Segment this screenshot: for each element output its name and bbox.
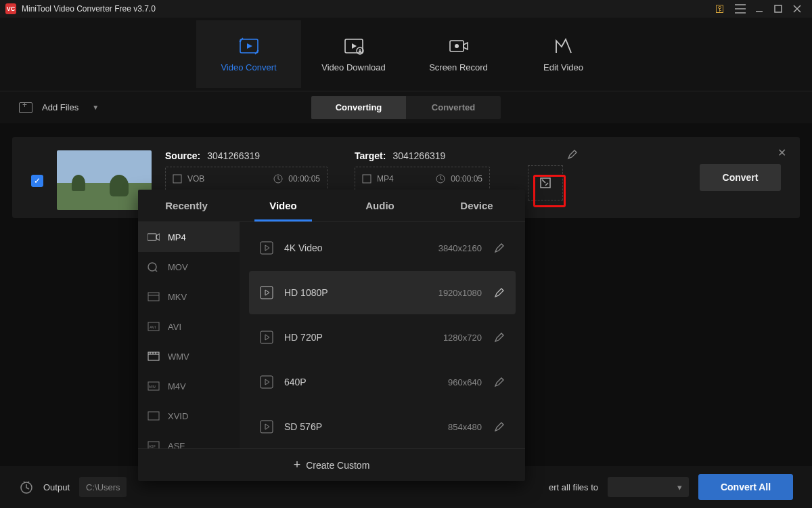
nav-label: Video Convert bbox=[221, 62, 276, 72]
edit-preset-icon[interactable] bbox=[494, 377, 505, 387]
app-title: MiniTool Video Converter Free v3.7.0 bbox=[22, 4, 156, 14]
create-custom-button[interactable]: + Create Custom bbox=[138, 448, 525, 481]
target-settings-button[interactable] bbox=[528, 165, 563, 200]
resolution-720p[interactable]: HD 720P 1280x720 bbox=[249, 316, 516, 359]
target-column: Target: 3041266319 MP4 00:00:05 bbox=[355, 150, 558, 191]
convert-all-to-label: ert all files to bbox=[549, 482, 598, 492]
plus-icon: + bbox=[294, 458, 301, 472]
source-duration: 00:00:05 bbox=[288, 174, 320, 184]
resolution-list[interactable]: 4K Video 3840x2160 HD 1080P 1920x1080 HD… bbox=[240, 222, 525, 448]
chevron-down-icon: ▼ bbox=[92, 104, 99, 111]
settings-arrow-icon bbox=[539, 176, 552, 190]
format-list: MP4 MOV MKV AVI AVI WMV M4V M4V bbox=[138, 222, 240, 448]
target-name: 3041266319 bbox=[392, 150, 445, 161]
format-wmv[interactable]: WMV bbox=[138, 341, 240, 371]
edit-preset-icon[interactable] bbox=[494, 421, 505, 432]
edit-preset-icon[interactable] bbox=[494, 242, 505, 253]
play-icon bbox=[260, 241, 273, 255]
convert-icon bbox=[238, 37, 261, 56]
close-button[interactable] bbox=[788, 0, 807, 18]
create-custom-label: Create Custom bbox=[306, 460, 369, 471]
output-path[interactable]: C:\Users bbox=[79, 477, 127, 497]
download-icon bbox=[342, 37, 365, 56]
svg-text:M4V: M4V bbox=[149, 385, 156, 389]
edit-preset-icon[interactable] bbox=[494, 287, 505, 298]
edit-icon[interactable] bbox=[567, 149, 578, 160]
format-label: M4V bbox=[168, 381, 186, 391]
convert-all-button[interactable]: Convert All bbox=[698, 474, 793, 500]
nav-label: Edit Video bbox=[543, 62, 583, 72]
scheduler-icon[interactable] bbox=[19, 480, 34, 494]
minimize-button[interactable] bbox=[750, 0, 769, 18]
video-thumbnail[interactable] bbox=[57, 150, 152, 210]
ddtab-recently[interactable]: Recently bbox=[138, 190, 235, 221]
resolution-name: 4K Video bbox=[284, 242, 438, 253]
svg-rect-23 bbox=[261, 331, 273, 343]
resolution-4k[interactable]: 4K Video 3840x2160 bbox=[249, 226, 516, 270]
tab-converted[interactable]: Converted bbox=[406, 96, 501, 119]
menu-icon[interactable] bbox=[731, 0, 750, 18]
svg-rect-7 bbox=[363, 175, 371, 183]
resolution-640p[interactable]: 640P 960x640 bbox=[249, 360, 516, 404]
container-icon bbox=[148, 411, 160, 421]
svg-rect-14 bbox=[148, 352, 159, 360]
nav-video-convert[interactable]: Video Convert bbox=[196, 20, 301, 88]
format-icon bbox=[362, 174, 371, 184]
svg-rect-0 bbox=[775, 5, 782, 12]
container-icon bbox=[148, 292, 160, 301]
add-files-button[interactable]: Add Files ▼ bbox=[19, 102, 99, 113]
output-label: Output bbox=[43, 482, 70, 492]
clock-icon bbox=[273, 174, 283, 184]
format-xvid[interactable]: XVID bbox=[138, 401, 240, 431]
resolution-dim: 1920x1080 bbox=[438, 288, 482, 298]
video-format-icon bbox=[148, 232, 160, 242]
convert-button[interactable]: Convert bbox=[700, 164, 781, 191]
target-label: Target: bbox=[355, 150, 386, 161]
source-name: 3041266319 bbox=[207, 150, 260, 161]
nav-label: Screen Record bbox=[429, 62, 488, 72]
nav-video-download[interactable]: Video Download bbox=[301, 20, 406, 88]
remove-file-button[interactable]: ✕ bbox=[777, 146, 786, 159]
resolution-1080p[interactable]: HD 1080P 1920x1080 bbox=[249, 271, 516, 314]
resolution-dim: 1280x720 bbox=[443, 333, 482, 343]
nav-edit-video[interactable]: Edit Video bbox=[511, 20, 616, 88]
format-label: MKV bbox=[168, 292, 187, 302]
resolution-name: HD 720P bbox=[284, 332, 443, 343]
format-avi[interactable]: AVI AVI bbox=[138, 312, 240, 341]
resolution-name: HD 1080P bbox=[284, 287, 438, 298]
main-nav: Video Convert Video Download Screen Reco… bbox=[0, 18, 812, 91]
format-asf[interactable]: ASF ASF bbox=[138, 431, 240, 448]
svg-rect-5 bbox=[173, 175, 181, 183]
format-label: AVI bbox=[168, 322, 181, 332]
resolution-name: 640P bbox=[284, 377, 448, 387]
container-icon: M4V bbox=[148, 381, 160, 391]
source-format: VOB bbox=[187, 174, 204, 184]
resolution-576p[interactable]: SD 576P 854x480 bbox=[249, 405, 516, 448]
format-m4v[interactable]: M4V M4V bbox=[138, 371, 240, 401]
app-logo: VC bbox=[5, 3, 16, 14]
format-mov[interactable]: MOV bbox=[138, 252, 240, 282]
file-checkbox[interactable]: ✓ bbox=[31, 175, 43, 187]
format-mp4[interactable]: MP4 bbox=[138, 222, 240, 252]
play-icon bbox=[260, 331, 273, 344]
format-label: XVID bbox=[168, 411, 188, 421]
svg-rect-17 bbox=[148, 412, 159, 420]
tab-converting[interactable]: Converting bbox=[311, 96, 406, 119]
edit-preset-icon[interactable] bbox=[494, 332, 505, 343]
ddtab-video[interactable]: Video bbox=[235, 190, 332, 221]
ddtab-device[interactable]: Device bbox=[428, 190, 525, 221]
format-icon bbox=[173, 174, 182, 184]
resolution-name: SD 576P bbox=[284, 421, 448, 432]
format-dropdown: Recently Video Audio Device MP4 MOV MKV … bbox=[138, 190, 525, 481]
output-format-select[interactable]: ▾ bbox=[608, 477, 689, 497]
nav-screen-record[interactable]: Screen Record bbox=[406, 20, 511, 88]
upgrade-icon[interactable]: ⚿ bbox=[712, 0, 731, 18]
svg-point-4 bbox=[455, 44, 459, 48]
film-icon bbox=[148, 352, 160, 361]
maximize-button[interactable] bbox=[769, 0, 788, 18]
svg-rect-9 bbox=[148, 234, 156, 240]
ddtab-audio[interactable]: Audio bbox=[332, 190, 428, 221]
toolbar: Add Files ▼ Converting Converted bbox=[0, 91, 812, 123]
target-duration: 00:00:05 bbox=[451, 174, 482, 184]
format-mkv[interactable]: MKV bbox=[138, 282, 240, 312]
